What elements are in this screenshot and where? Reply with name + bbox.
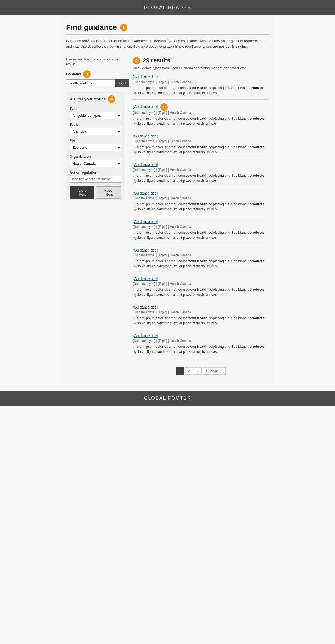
filter-section: Filter your results 4 Type All guidance … bbox=[66, 92, 125, 202]
result-title[interactable]: [Guidance title] bbox=[133, 104, 158, 109]
act-label: Act or regulation bbox=[70, 171, 121, 175]
results-subtitle: All guidance types from Health Canada co… bbox=[133, 66, 269, 70]
pagination: 1 2 3 Suivant → bbox=[133, 365, 269, 375]
for-field: For Everyone bbox=[70, 139, 121, 151]
result-item: [Guidance title] [Guidance type] | [Topi… bbox=[133, 220, 269, 244]
result-meta: [Guidance type] | [Topic] | Health Canad… bbox=[133, 196, 269, 200]
result-excerpt: ...lorem ipsum dolor sit amet, consectet… bbox=[133, 85, 269, 96]
result-item: [Guidance title] [Guidance type] | [Topi… bbox=[133, 75, 269, 100]
result-item: [Guidance title] [Guidance type] | [Topi… bbox=[133, 134, 269, 159]
page-title: Find guidance bbox=[66, 23, 117, 32]
result-title[interactable]: [Guidance title] bbox=[133, 75, 158, 79]
result-meta: [Guidance type] | [Topic] | Health Canad… bbox=[133, 80, 269, 84]
find-button[interactable]: Find bbox=[115, 79, 129, 87]
result-title[interactable]: [Guidance title] bbox=[133, 191, 158, 195]
pagination-next-button[interactable]: Suivant → bbox=[203, 367, 226, 375]
result-title[interactable]: [Guidance title] bbox=[133, 220, 158, 224]
result-excerpt: ...lorem ipsum dolor sit amet, consectet… bbox=[133, 144, 269, 155]
page-title-row: Find guidance 1 bbox=[66, 23, 269, 32]
org-select[interactable]: Health Canada bbox=[70, 160, 121, 167]
footer-label: GLOBAL FOOTER bbox=[144, 395, 191, 401]
result-excerpt: ...lorem ipsum dolor sit amet, consectet… bbox=[133, 116, 269, 126]
type-select[interactable]: All guidance types bbox=[70, 112, 121, 119]
result-item: [Guidance title] [Guidance type] | [Topi… bbox=[133, 248, 269, 273]
type-field: Type All guidance types bbox=[70, 107, 121, 119]
result-item: [Guidance title] [Guidance type] | [Topi… bbox=[133, 163, 269, 187]
results-area: 2 29 results All guidance types from Hea… bbox=[133, 57, 269, 375]
page-button-2[interactable]: 2 bbox=[185, 367, 193, 375]
contains-badge: 3 bbox=[83, 70, 91, 78]
result-excerpt: ...lorem ipsum dolor sit amet, consectet… bbox=[133, 287, 269, 297]
main-content: Find guidance 1 Guidance provides inform… bbox=[61, 15, 274, 383]
result-meta: [Guidance type] | [Topic] | Health Canad… bbox=[133, 139, 269, 143]
layout: Use keywords and filters to refine your … bbox=[66, 57, 269, 375]
results-list: [Guidance title] [Guidance type] | [Topi… bbox=[133, 75, 269, 358]
result-title[interactable]: [Guidance title] bbox=[133, 334, 158, 338]
result-title[interactable]: [Guidance title] bbox=[133, 305, 158, 309]
for-label: For bbox=[70, 139, 121, 143]
result-meta: [Guidance type] | [Topic] | Health Canad… bbox=[133, 339, 269, 343]
org-label: Organization bbox=[70, 155, 121, 159]
topic-select[interactable]: Any topic bbox=[70, 128, 121, 135]
for-select[interactable]: Everyone bbox=[70, 144, 121, 151]
result-title[interactable]: [Guidance title] bbox=[133, 277, 158, 281]
result-meta: [Guidance type] | [Topic] | Health Canad… bbox=[133, 310, 269, 314]
apply-filters-button[interactable]: Apply filters bbox=[70, 186, 94, 199]
contains-label: Contains bbox=[66, 72, 81, 76]
result-meta: [Guidance type] | [Topic] | Health Canad… bbox=[133, 253, 269, 257]
result-title[interactable]: [Guidance title] bbox=[133, 134, 158, 138]
result-excerpt: ...lorem ipsum dolor sit amet, consectet… bbox=[133, 344, 269, 354]
filter-title-label: Filter your results bbox=[74, 97, 106, 101]
result-title[interactable]: [Guidance title] bbox=[133, 163, 158, 167]
topic-label: Topic bbox=[70, 123, 121, 127]
filter-triangle-icon bbox=[70, 98, 72, 101]
result-excerpt: ...lorem ipsum dolor sit amet, consectet… bbox=[133, 230, 269, 240]
result-item: [Guidance title] 5 [Guidance type] | [To… bbox=[133, 103, 269, 130]
result-excerpt: ...lorem ipsum dolor sit amet, consectet… bbox=[133, 258, 269, 269]
act-field: Act or regulation bbox=[70, 171, 121, 183]
org-field: Organization Health Canada bbox=[70, 155, 121, 167]
page-description: Guidance provides information to facilit… bbox=[66, 38, 269, 50]
filter-title-row: Filter your results 4 bbox=[70, 95, 121, 103]
result-title[interactable]: [Guidance title] bbox=[133, 248, 158, 252]
page-button-1[interactable]: 1 bbox=[176, 367, 184, 375]
result-item: [Guidance title] [Guidance type] | [Topi… bbox=[133, 191, 269, 216]
result-item: [Guidance title] [Guidance type] | [Topi… bbox=[133, 334, 269, 358]
result-meta: [Guidance type] | [Topic] | Health Canad… bbox=[133, 282, 269, 286]
title-badge: 1 bbox=[120, 24, 127, 31]
results-count: 29 results bbox=[143, 57, 170, 64]
result-item: [Guidance title] [Guidance type] | [Topi… bbox=[133, 277, 269, 301]
result-excerpt: ...lorem ipsum dolor sit amet, consectet… bbox=[133, 173, 269, 183]
global-footer: GLOBAL FOOTER bbox=[0, 391, 335, 406]
contains-label-row: Contains 3 bbox=[66, 70, 125, 78]
type-label: Type bbox=[70, 107, 121, 111]
search-input[interactable] bbox=[66, 79, 115, 87]
result-item: [Guidance title] [Guidance type] | [Topi… bbox=[133, 305, 269, 330]
result-badge-1: 5 bbox=[160, 103, 168, 111]
filter-badge: 4 bbox=[108, 95, 115, 103]
results-header: 2 29 results bbox=[133, 57, 269, 64]
results-badge: 2 bbox=[133, 57, 140, 64]
sidebar: Use keywords and filters to refine your … bbox=[66, 57, 125, 202]
filter-buttons: Apply filters Reset filters bbox=[70, 186, 121, 199]
result-excerpt: ...lorem ipsum dolor sit amet, consectet… bbox=[133, 201, 269, 212]
result-meta: [Guidance type] | [Topic] | Health Canad… bbox=[133, 225, 269, 229]
global-header: GLOBAL HEADER bbox=[0, 0, 335, 15]
header-label: GLOBAL HEADER bbox=[144, 5, 191, 10]
page-button-3[interactable]: 3 bbox=[194, 367, 202, 375]
act-input[interactable] bbox=[70, 176, 121, 183]
sidebar-hint: Use keywords and filters to refine your … bbox=[66, 57, 125, 67]
result-meta: [Guidance type] | [Topic] | Health Canad… bbox=[133, 168, 269, 172]
reset-filters-button[interactable]: Reset filters bbox=[96, 186, 121, 199]
topic-field: Topic Any topic bbox=[70, 123, 121, 135]
search-row: Find bbox=[66, 79, 125, 87]
result-excerpt: ...lorem ipsum dolor sit amet, consectet… bbox=[133, 315, 269, 326]
title-divider bbox=[66, 34, 269, 35]
result-meta: [Guidance type] | [Topic] | Health Canad… bbox=[133, 111, 269, 115]
